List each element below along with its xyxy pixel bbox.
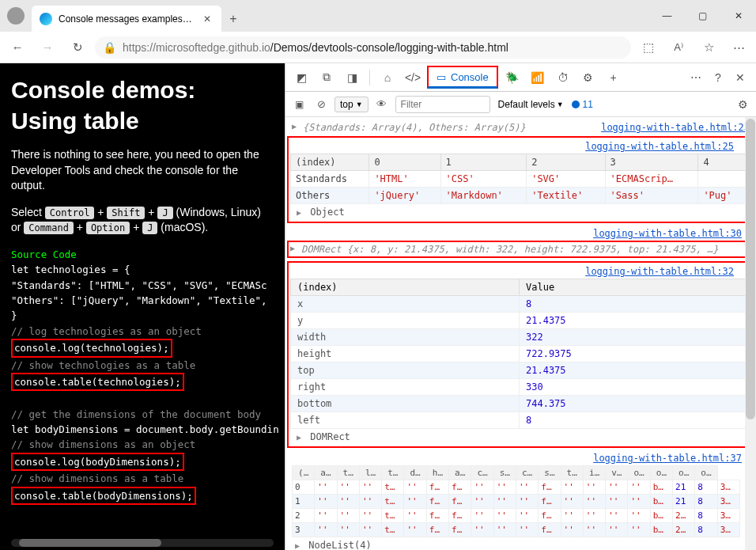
live-expression-icon[interactable]: 👁 [373,93,391,116]
page-paragraph: There is nothing to see here, you need t… [11,147,274,194]
browser-tab[interactable]: Console messages examples: Usi ✕ [32,6,221,32]
welcome-icon[interactable]: ⌂ [376,66,399,89]
kbd-shift: Shift [107,207,145,219]
kbd-control: Control [45,207,95,219]
dock-icon[interactable]: ◨ [341,66,363,89]
avatar-icon [7,7,25,25]
expand-icon[interactable]: ▶ [297,208,301,217]
highlighted-code-2: console.table(technologies); [11,373,184,391]
forward-button[interactable]: → [35,35,60,60]
more-tools-icon[interactable]: ⋯ [685,66,707,89]
settings-gear-icon[interactable]: ⚙ [577,66,599,89]
log-object-summary[interactable]: {Standards: Array(4), Others: Array(5)} [303,122,601,133]
edge-icon [40,13,52,25]
kbd-option: Option [86,222,130,234]
filter-input[interactable] [395,96,490,113]
vertical-scrollbar[interactable] [745,117,756,550]
more-button[interactable]: ⋯ [726,35,751,60]
console-output: ▶ {Standards: Array(4), Others: Array(5)… [285,117,756,550]
highlighted-table-2: logging-with-table.html:32 (index)Valuex… [287,261,751,448]
read-aloud-icon[interactable]: A⁾ [666,35,691,60]
close-devtools-icon[interactable]: ✕ [729,66,751,89]
issue-dot-icon [572,101,580,108]
new-tab-button[interactable]: + [221,6,245,32]
source-link[interactable]: logging-with-table.html:25 [585,141,734,152]
kbd-command: Command [24,222,74,234]
app-install-icon[interactable]: ⬚ [636,35,661,60]
console-icon: ▭ [437,71,446,83]
source-code-block: Source Code let technologies = { "Standa… [11,247,274,505]
close-window-button[interactable]: ✕ [720,0,756,32]
expand-icon[interactable]: ▶ [297,433,301,442]
minimize-button[interactable]: — [649,0,685,32]
sidebar-toggle-icon[interactable]: ▣ [290,93,308,116]
source-link[interactable]: logging-with-table.html:37 [593,453,742,464]
source-link[interactable]: logging-with-table.html:32 [585,266,734,277]
issues-counter[interactable]: 11 [572,99,593,110]
kbd-j2: J [142,222,157,234]
help-icon[interactable]: ? [707,66,729,89]
sources-icon[interactable]: 🪲 [501,66,524,89]
source-link[interactable]: logging-with-table.html:30 [593,228,742,239]
keyboard-instructions: Select Control + Shift + J (Windows, Lin… [11,205,274,236]
source-link[interactable]: logging-with-table.html:23 [601,122,750,133]
context-dropdown[interactable]: top ▼ [335,97,369,112]
back-button[interactable]: ← [5,35,30,60]
favorites-button[interactable]: ☆ [696,35,721,60]
log-domrect-summary[interactable]: DOMRect {x: 8, y: 21.4375, width: 322, h… [301,244,748,255]
window-titlebar: Console messages examples: Usi ✕ + — ▢ ✕ [0,0,756,32]
network-icon[interactable]: 📶 [527,66,549,89]
highlighted-code-4: console.table(bodyDimensions); [11,487,196,505]
profile-button[interactable] [0,0,32,32]
console-filter-bar: ▣ ⊘ top ▼ 👁 Default levels ▼ 11 ⚙ [285,92,756,117]
page-heading: Console demos:Using table [11,74,274,136]
highlighted-code-1: console.log(technologies); [11,339,172,357]
console-table-nodelist[interactable]: (…a…t…l…t…d…h…a…c…s…c…s…t…i…v…o…o…o…o…0'… [292,465,740,537]
refresh-button[interactable]: ↻ [65,35,90,60]
webpage-content: Console demos:Using table There is nothi… [0,63,285,550]
log-levels-dropdown[interactable]: Default levels ▼ [495,97,567,112]
clear-console-icon[interactable]: ⊘ [312,93,330,116]
device-icon[interactable]: ⧉ [316,66,338,89]
expand-icon[interactable]: ▶ [290,244,298,252]
expand-icon[interactable]: ▶ [295,541,300,550]
inspect-icon[interactable]: ◩ [290,66,312,89]
console-tab[interactable]: ▭ Console [427,66,498,89]
close-tab-icon[interactable]: ✕ [201,13,214,25]
console-table-domrect[interactable]: (index)Valuex8y21.4375width322height722.… [290,279,748,429]
performance-icon[interactable]: ⏱ [552,66,574,89]
devtools-toolbar: ◩ ⧉ ◨ ⌂ </> ▭ Console 🪲 📶 ⏱ ⚙ + ⋯ ? ✕ [285,63,756,92]
devtools-panel: ◩ ⧉ ◨ ⌂ </> ▭ Console 🪲 📶 ⏱ ⚙ + ⋯ ? ✕ ▣ … [285,63,756,550]
highlighted-table-1: logging-with-table.html:25 (index)01234S… [287,136,751,223]
maximize-button[interactable]: ▢ [685,0,720,32]
kbd-j: J [157,207,172,219]
add-tab-icon[interactable]: + [603,66,625,89]
url-bar: ← → ↻ 🔒 https://microsoftedge.github.io/… [0,32,756,63]
elements-icon[interactable]: </> [402,66,424,89]
highlighted-code-3: console.log(bodyDimensions); [11,453,184,471]
tab-title: Console messages examples: Usi [59,13,195,25]
console-table-technologies[interactable]: (index)01234Standards'HTML''CSS''SVG''EC… [290,154,748,204]
lock-icon: 🔒 [103,41,116,54]
expand-icon[interactable]: ▶ [292,122,300,131]
horizontal-scrollbar[interactable] [11,539,274,547]
console-settings-icon[interactable]: ⚙ [734,93,751,116]
address-bar[interactable]: 🔒 https://microsoftedge.github.io/Demos/… [95,36,631,59]
